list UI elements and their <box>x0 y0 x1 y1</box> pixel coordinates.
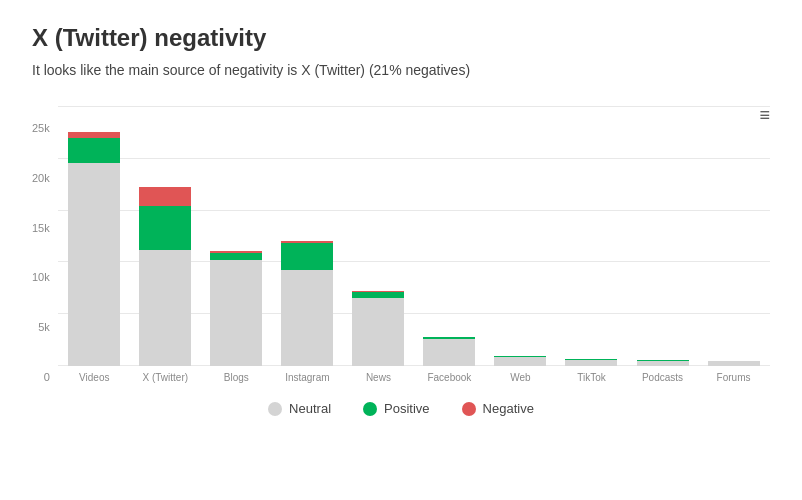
bar-segment-neutral <box>494 357 546 366</box>
bar-segment-neutral <box>139 250 191 366</box>
legend: NeutralPositiveNegative <box>32 401 770 416</box>
bar-group <box>133 187 198 366</box>
y-axis-label: 10k <box>32 272 50 283</box>
bars-wrapper: VideosX (Twitter)BlogsInstagramNewsFaceb… <box>58 106 770 383</box>
bar-segment-neutral <box>352 298 404 366</box>
bar-stack <box>494 356 546 366</box>
bar-stack <box>210 251 262 366</box>
bar-group <box>417 337 482 366</box>
bar-segment-neutral <box>210 260 262 366</box>
bars-row <box>58 106 770 366</box>
legend-label-neutral: Neutral <box>289 401 331 416</box>
legend-label-negative: Negative <box>483 401 534 416</box>
bar-segment-neutral <box>281 270 333 366</box>
bar-group <box>62 132 127 366</box>
bar-group <box>204 251 269 366</box>
bar-group <box>275 241 340 366</box>
bar-stack <box>68 132 120 366</box>
x-axis-label: Web <box>488 372 553 383</box>
y-axis-label: 25k <box>32 123 50 134</box>
chart-area: 05k10k15k20k25k VideosX (Twitter)BlogsIn… <box>32 106 770 383</box>
bar-segment-neutral <box>708 361 760 366</box>
bar-group <box>701 361 766 366</box>
bar-segment-positive <box>281 243 333 270</box>
bar-stack <box>637 360 689 366</box>
legend-dot-neutral <box>268 402 282 416</box>
x-labels: VideosX (Twitter)BlogsInstagramNewsFaceb… <box>58 372 770 383</box>
subtitle: It looks like the main source of negativ… <box>32 62 770 78</box>
x-axis-label: Facebook <box>417 372 482 383</box>
legend-item-negative: Negative <box>462 401 534 416</box>
bar-stack <box>352 291 404 366</box>
bar-segment-neutral <box>423 339 475 366</box>
page-title: X (Twitter) negativity <box>32 24 770 52</box>
bar-segment-neutral <box>68 163 120 366</box>
bar-segment-positive <box>139 206 191 250</box>
bar-stack <box>708 361 760 366</box>
x-axis-label: Videos <box>62 372 127 383</box>
x-axis-label: News <box>346 372 411 383</box>
x-axis-label: Blogs <box>204 372 269 383</box>
x-axis-label: Podcasts <box>630 372 695 383</box>
y-axis-label: 5k <box>32 322 50 333</box>
bar-stack <box>565 359 617 366</box>
bar-segment-neutral <box>637 361 689 366</box>
bar-segment-positive <box>210 253 262 260</box>
bar-group <box>559 359 624 366</box>
bar-segment-neutral <box>565 360 617 366</box>
x-axis-label: Forums <box>701 372 766 383</box>
legend-item-positive: Positive <box>363 401 430 416</box>
bar-group <box>346 291 411 366</box>
legend-dot-positive <box>363 402 377 416</box>
bar-segment-negative <box>139 187 191 206</box>
legend-label-positive: Positive <box>384 401 430 416</box>
y-axis: 05k10k15k20k25k <box>32 123 50 383</box>
bar-group <box>630 360 695 366</box>
x-axis-label: TikTok <box>559 372 624 383</box>
y-axis-label: 15k <box>32 223 50 234</box>
bar-stack <box>139 187 191 366</box>
y-axis-label: 20k <box>32 173 50 184</box>
bar-group <box>488 356 553 366</box>
chart-container: ≡ 05k10k15k20k25k VideosX (Twitter)Blogs… <box>32 106 770 416</box>
x-axis-label: X (Twitter) <box>133 372 198 383</box>
legend-item-neutral: Neutral <box>268 401 331 416</box>
bar-stack <box>423 337 475 366</box>
x-axis-label: Instagram <box>275 372 340 383</box>
y-axis-label: 0 <box>32 372 50 383</box>
bar-segment-positive <box>68 138 120 163</box>
bar-stack <box>281 241 333 366</box>
legend-dot-negative <box>462 402 476 416</box>
